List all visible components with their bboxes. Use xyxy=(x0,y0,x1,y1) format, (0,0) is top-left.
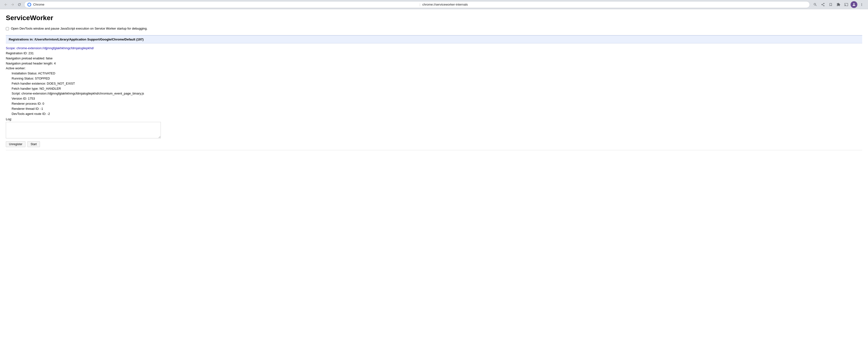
url-divider: | xyxy=(420,3,420,6)
registration-id-line: Registration ID: 231 xyxy=(6,51,862,56)
script-line: Script: chrome-extension://djjmngfglakhk… xyxy=(6,91,862,96)
extensions-button[interactable] xyxy=(835,1,842,8)
site-icon xyxy=(27,3,31,6)
nav-preload-header-length-line: Navigation preload header length: 4 xyxy=(6,61,862,66)
start-button[interactable]: Start xyxy=(27,141,40,147)
devtools-agent-route-id-line: DevTools agent route ID: -2 xyxy=(6,112,862,117)
installation-status-line: Installation Status: ACTIVATED xyxy=(6,71,862,76)
log-section: Log: xyxy=(6,117,862,138)
nav-preload-enabled-line: Navigation preload enabled: false xyxy=(6,56,862,61)
log-label: Log: xyxy=(6,117,862,121)
registrations-header: Registrations in: /Users/forinton/Librar… xyxy=(9,37,144,41)
forward-button[interactable] xyxy=(10,2,16,7)
cast-button[interactable] xyxy=(843,1,849,8)
renderer-thread-id-line: Renderer thread ID: -1 xyxy=(6,107,862,112)
search-button[interactable] xyxy=(812,1,818,8)
registrations-section: Registrations in: /Users/forinton/Librar… xyxy=(6,35,862,43)
unregister-button[interactable]: Unregister xyxy=(6,141,25,147)
buttons-row: Unregister Start xyxy=(6,141,862,147)
toolbar-right xyxy=(812,1,865,8)
log-textarea[interactable] xyxy=(6,122,161,138)
scope-link[interactable]: Scope: chrome-extension://djjmngfglakhkh… xyxy=(6,46,94,50)
browser-menu-button[interactable] xyxy=(858,1,865,8)
page-content: ServiceWorker Open DevTools window and p… xyxy=(0,9,868,155)
reload-button[interactable] xyxy=(17,2,22,7)
profile-button[interactable] xyxy=(850,1,857,8)
running-status-line: Running Status: STOPPED xyxy=(6,76,862,81)
page-title: ServiceWorker xyxy=(6,14,862,22)
active-worker-label-line: Active worker: xyxy=(6,66,862,71)
renderer-process-id-line: Renderer process ID: 0 xyxy=(6,101,862,107)
fetch-handler-type-line: Fetch handler type: NO_HANDLER xyxy=(6,86,862,91)
devtools-checkbox-label[interactable]: Open DevTools window and pause JavaScrip… xyxy=(11,27,148,30)
browser-chrome: Chrome | chrome://serviceworker-internal… xyxy=(0,0,868,9)
back-button[interactable] xyxy=(3,2,9,7)
url-display: chrome://serviceworker-internals xyxy=(423,3,807,6)
devtools-checkbox-row: Open DevTools window and pause JavaScrip… xyxy=(6,27,862,30)
nav-buttons xyxy=(3,2,22,7)
version-id-line: Version ID: 1753 xyxy=(6,96,862,101)
share-button[interactable] xyxy=(819,1,826,8)
svg-point-0 xyxy=(28,3,31,6)
devtools-checkbox[interactable] xyxy=(6,27,9,30)
address-bar[interactable]: Chrome | chrome://serviceworker-internal… xyxy=(24,1,810,8)
bookmark-button[interactable] xyxy=(827,1,834,8)
fetch-handler-existence-line: Fetch handler existence: DOES_NOT_EXIST xyxy=(6,81,862,86)
worker-section: Scope: chrome-extension://djjmngfglakhkh… xyxy=(6,43,862,150)
tab-title: Chrome xyxy=(33,3,417,6)
